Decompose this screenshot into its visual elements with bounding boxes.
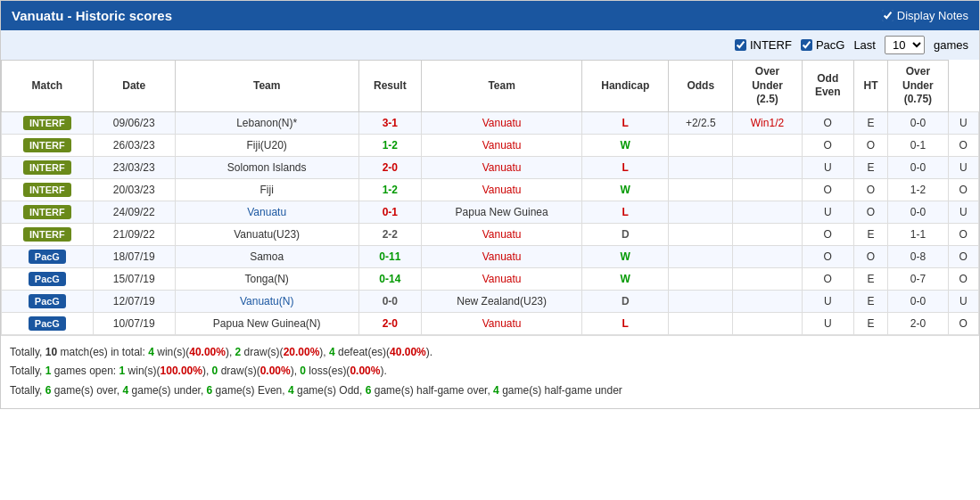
- cell-match: INTERF: [2, 134, 94, 156]
- cell-ou075: O: [948, 267, 978, 290]
- cell-team2: Vanuatu: [421, 156, 581, 178]
- cell-handicap: [669, 156, 733, 178]
- cell-odds: [733, 290, 803, 312]
- cell-match: PacG: [2, 290, 94, 312]
- pacg-label: PacG: [816, 38, 845, 52]
- cell-team1: Vanuatu(U23): [175, 223, 358, 245]
- pacg-checkbox[interactable]: [801, 39, 812, 51]
- cell-ht: 0-7: [888, 267, 948, 290]
- cell-result: 2-0: [358, 156, 421, 178]
- cell-ou075: U: [948, 111, 978, 134]
- table-row: INTERF24/09/22Vanuatu0-1Papua New Guinea…: [2, 201, 979, 223]
- table-row: INTERF20/03/23Fiji1-2VanuatuWOO1-2O: [2, 178, 979, 201]
- footer-line1: Totally, 10 match(es) in total: 4 win(s)…: [10, 343, 970, 363]
- cell-ht: 2-0: [888, 312, 948, 334]
- cell-odds: [733, 134, 803, 156]
- interf-checkbox[interactable]: [735, 39, 746, 51]
- cell-wl: L: [582, 201, 669, 223]
- cell-handicap: [669, 312, 733, 334]
- cell-ht: 1-1: [888, 223, 948, 245]
- cell-oe: O: [853, 134, 887, 156]
- cell-ou25: U: [802, 312, 853, 334]
- cell-odds: Win1/2: [733, 111, 803, 134]
- cell-match: INTERF: [2, 178, 94, 201]
- footer: Totally, 10 match(es) in total: 4 win(s)…: [1, 335, 979, 408]
- cell-ou075: O: [948, 312, 978, 334]
- cell-wl: W: [582, 178, 669, 201]
- cell-handicap: +2/2.5: [669, 111, 733, 134]
- cell-date: 21/09/22: [93, 223, 175, 245]
- cell-date: 23/03/23: [93, 156, 175, 178]
- footer-line3: Totally, 6 game(s) over, 4 game(s) under…: [10, 381, 970, 401]
- interf-label: INTERF: [750, 38, 792, 52]
- display-notes-text: Display Notes: [897, 9, 968, 22]
- cell-ou25: O: [802, 267, 853, 290]
- cell-ou075: O: [948, 223, 978, 245]
- cell-odds: [733, 223, 803, 245]
- cell-odds: [733, 156, 803, 178]
- match-badge: INTERF: [23, 227, 71, 242]
- scores-table: Match Date Team Result Team Handicap Odd…: [1, 60, 979, 335]
- cell-date: 10/07/19: [93, 312, 175, 334]
- cell-wl: L: [582, 156, 669, 178]
- games-label: games: [934, 38, 968, 52]
- cell-match: PacG: [2, 245, 94, 267]
- header: Vanuatu - Historic scores Display Notes: [1, 1, 979, 30]
- col-team1: Team: [175, 61, 358, 112]
- cell-date: 12/07/19: [93, 290, 175, 312]
- cell-oe: E: [853, 156, 887, 178]
- cell-team2: Vanuatu: [421, 223, 581, 245]
- cell-team2: Vanuatu: [421, 111, 581, 134]
- cell-match: INTERF: [2, 111, 94, 134]
- cell-oe: E: [853, 267, 887, 290]
- cell-date: 15/07/19: [93, 267, 175, 290]
- match-badge: PacG: [29, 250, 66, 264]
- cell-handicap: [669, 223, 733, 245]
- cell-ht: 0-8: [888, 245, 948, 267]
- cell-odds: [733, 201, 803, 223]
- cell-handicap: [669, 290, 733, 312]
- cell-handicap: [669, 245, 733, 267]
- cell-oe: E: [853, 290, 887, 312]
- table-row: INTERF09/06/23Lebanon(N)*3-1VanuatuL+2/2…: [2, 111, 979, 134]
- cell-wl: W: [582, 134, 669, 156]
- cell-team2: Vanuatu: [421, 134, 581, 156]
- page-title: Vanuatu - Historic scores: [12, 8, 172, 23]
- cell-wl: W: [582, 245, 669, 267]
- cell-team1: Solomon Islands: [175, 156, 358, 178]
- cell-wl: L: [582, 312, 669, 334]
- col-ht: HT: [853, 61, 887, 112]
- cell-ou25: O: [802, 223, 853, 245]
- cell-result: 1-2: [358, 134, 421, 156]
- cell-wl: D: [582, 290, 669, 312]
- pacg-filter[interactable]: PacG: [801, 38, 845, 52]
- cell-match: INTERF: [2, 201, 94, 223]
- col-ou25: OverUnder(2.5): [733, 61, 803, 112]
- cell-wl: L: [582, 111, 669, 134]
- display-notes-label[interactable]: Display Notes: [882, 9, 968, 22]
- interf-filter[interactable]: INTERF: [735, 38, 792, 52]
- cell-ou075: U: [948, 201, 978, 223]
- cell-result: 0-0: [358, 290, 421, 312]
- cell-team1: Vanuatu: [175, 201, 358, 223]
- cell-oe: E: [853, 312, 887, 334]
- cell-team1: Vanuatu(N): [175, 290, 358, 312]
- cell-team1: Fiji: [175, 178, 358, 201]
- match-badge: INTERF: [23, 138, 71, 152]
- cell-oe: E: [853, 111, 887, 134]
- cell-match: PacG: [2, 312, 94, 334]
- cell-ht: 0-0: [888, 156, 948, 178]
- cell-team1: Lebanon(N)*: [175, 111, 358, 134]
- last-select[interactable]: 10 5 15 20 25 30: [885, 36, 925, 54]
- filter-bar: INTERF PacG Last 10 5 15 20 25 30 games: [1, 30, 979, 60]
- cell-team1: Samoa: [175, 245, 358, 267]
- match-badge: INTERF: [23, 183, 71, 197]
- cell-ht: 1-2: [888, 178, 948, 201]
- display-notes-checkbox[interactable]: [882, 10, 894, 21]
- cell-team2: Vanuatu: [421, 267, 581, 290]
- table-row: PacG18/07/19Samoa0-11VanuatuWOO0-8O: [2, 245, 979, 267]
- table-row: INTERF26/03/23Fiji(U20)1-2VanuatuWOO0-1O: [2, 134, 979, 156]
- cell-result: 2-2: [358, 223, 421, 245]
- cell-team1: Fiji(U20): [175, 134, 358, 156]
- cell-ht: 0-0: [888, 201, 948, 223]
